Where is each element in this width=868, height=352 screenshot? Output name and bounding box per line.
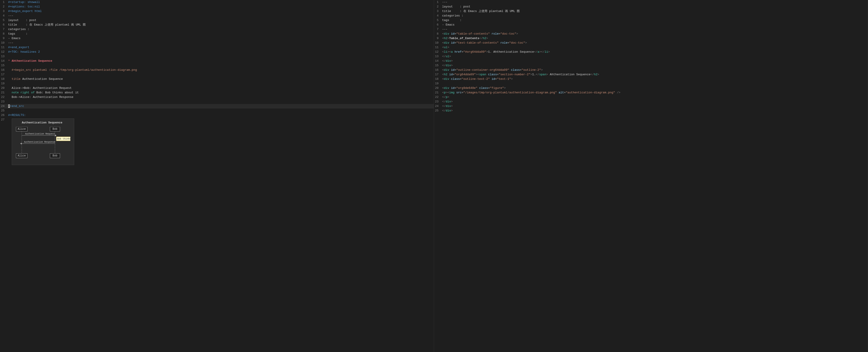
line: 25</div>: [434, 108, 868, 113]
line-number: 12: [434, 50, 441, 54]
token: Bob: Bob thinks about it: [35, 91, 79, 94]
token: #+RESULTS:: [8, 114, 26, 117]
line-number: 27: [0, 118, 7, 165]
line-content: ---: [441, 0, 868, 4]
cursor: #: [8, 104, 10, 108]
svg-text:Authentication Response: Authentication Response: [24, 141, 55, 143]
line-number: 16: [434, 68, 441, 72]
line-number: 14: [434, 59, 441, 63]
line: 17: [0, 72, 434, 77]
line-content: - Emacs: [7, 36, 434, 41]
line-number: 4: [434, 13, 441, 18]
line-number: 24: [0, 104, 7, 108]
line-number: 22: [0, 95, 7, 99]
line-number: 6: [434, 23, 441, 27]
token: ---: [8, 14, 13, 18]
svg-marker-7: [55, 134, 57, 136]
line-content: Bob->Alice: Authentication Response: [7, 95, 434, 99]
token: #+end_export: [8, 46, 29, 49]
token: tags :: [8, 32, 28, 35]
line-content: #+options: toc:nil: [7, 4, 434, 9]
line-number: 20: [434, 86, 441, 90]
line-number: 15: [434, 63, 441, 68]
line-number: 18: [0, 77, 7, 82]
line: 21 note right of Bob: Bob thinks about i…: [0, 90, 434, 95]
line-number: 6: [0, 23, 7, 27]
token: categories :: [442, 14, 463, 18]
svg-text:Authentication Request: Authentication Request: [25, 133, 55, 135]
left-pane[interactable]: 1#+startup: showall2#+options: toc:nil3#…: [0, 0, 434, 352]
line: 1---: [434, 0, 868, 4]
line: 19: [0, 82, 434, 86]
token: note right of: [12, 91, 35, 94]
line: 9- Emacs: [0, 36, 434, 41]
svg-text:Bob: Bob: [53, 128, 57, 131]
line: 7categories :: [0, 27, 434, 32]
token: #+begin_export html: [8, 9, 41, 13]
token: title: [12, 77, 21, 81]
line-number: 23: [0, 99, 7, 104]
line-content: [7, 63, 434, 68]
line-number: 9: [434, 36, 441, 41]
line-number: 19: [434, 82, 441, 86]
line-number: 2: [434, 4, 441, 9]
line-content: layout : post: [441, 4, 868, 9]
token: *: [8, 59, 12, 63]
line: 2#+options: toc:nil: [0, 4, 434, 9]
token: [8, 77, 12, 81]
line-content: #+end_src: [7, 104, 434, 108]
line-content: #+end_export: [7, 45, 434, 50]
line: 8tags :: [0, 32, 434, 36]
line: 3title : 在 Emacs 上使用 plantuml 画 UML 图: [434, 9, 868, 13]
token: ---: [8, 41, 13, 44]
diagram-title: Authentication Sequence: [14, 121, 70, 125]
line-content: tags :: [441, 18, 868, 23]
line-number: 1: [434, 0, 441, 4]
line: 13</ul>: [434, 54, 868, 59]
right-pane[interactable]: 1---2layout : post3title : 在 Emacs 上使用 p…: [434, 0, 868, 352]
line-content: categories :: [7, 27, 434, 32]
line-content: #+begin_src plantuml :file /tmp/org-plan…: [7, 68, 434, 72]
line-content: <li><a href="#org64dda09">1. Ahthenticat…: [441, 50, 868, 54]
token: categories :: [8, 28, 29, 31]
svg-marker-12: [20, 143, 22, 145]
line-number: 10: [0, 41, 7, 45]
line-content: #+startup: showall: [7, 0, 434, 4]
token: title : 在 Emacs 上使用 plantuml 画 UML 图: [442, 9, 520, 13]
line-content: <div class="outline-text-2" id="text-1">: [441, 77, 868, 82]
line: 8<div id="table-of-contents" role="doc-t…: [434, 32, 868, 36]
line-content: #+begin_export html: [7, 9, 434, 13]
line-content: #+TOC: headlines 2: [7, 50, 434, 54]
token: Ahthentication Sequence: [12, 59, 52, 63]
line-number: 1: [0, 0, 7, 4]
line-number: 4: [0, 13, 7, 18]
line-content: </div>: [441, 59, 868, 63]
line: 4---: [0, 13, 434, 18]
line-number: 18: [434, 77, 441, 82]
line-number: 17: [434, 72, 441, 77]
line: 14</div>: [434, 59, 868, 63]
line-number: 21: [0, 90, 7, 95]
line-content: </div>: [441, 63, 868, 68]
line: 18 title Authentication Sequence: [0, 77, 434, 82]
left-code-editor: 1#+startup: showall2#+options: toc:nil3#…: [0, 0, 434, 165]
line-number: 2: [0, 4, 7, 9]
line-content: <h2 id="org64dda09"><span class="section…: [441, 72, 868, 77]
line: 20<div id="org9de648e" class="figure">: [434, 86, 868, 90]
line-number: 19: [0, 82, 7, 86]
line: 10<div id="text-table-of-contents" role=…: [434, 41, 868, 45]
token: tags :: [442, 19, 462, 22]
line-content: layout : post: [7, 18, 434, 23]
line-content: Authentication SequenceAliceBobAuthentic…: [7, 118, 434, 165]
line: 16 #+begin_src plantuml :file /tmp/org-p…: [0, 68, 434, 72]
line-content: [7, 99, 434, 104]
token: ---: [442, 28, 447, 31]
line: 16<div id="outline-container-org64dda09"…: [434, 68, 868, 72]
svg-text:Alice: Alice: [18, 154, 26, 157]
line: 25: [0, 108, 434, 113]
line-number: 16: [0, 68, 7, 72]
line-content: <div id="outline-container-org64dda09" c…: [441, 68, 868, 72]
token: Authentication Sequence: [21, 77, 63, 81]
line: 18<div class="outline-text-2" id="text-1…: [434, 77, 868, 82]
line: 15</div>: [434, 63, 868, 68]
